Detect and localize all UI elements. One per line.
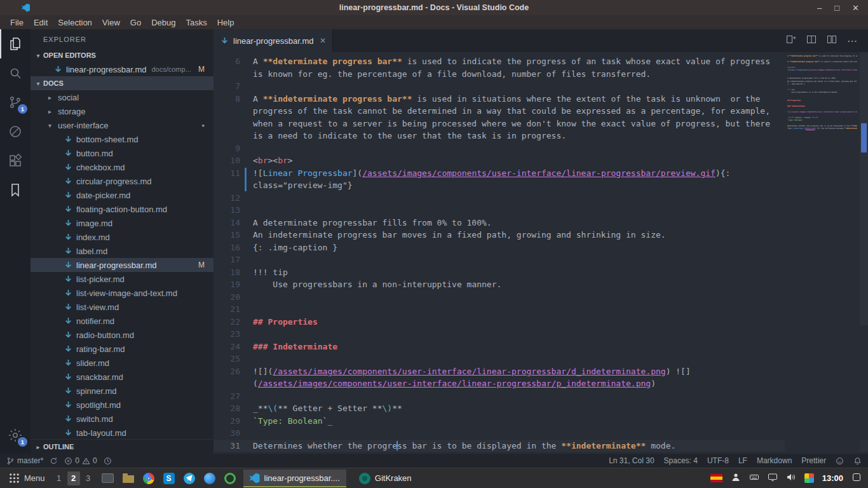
git-branch-indicator[interactable]: master* bbox=[6, 456, 43, 465]
problems-indicator[interactable]: 0 0 bbox=[64, 456, 97, 465]
media-player-icon[interactable] bbox=[203, 471, 217, 486]
code-line-6[interactable]: 6A **determinate progress bar** is used … bbox=[214, 55, 868, 80]
eol-setting[interactable]: LF bbox=[738, 456, 747, 465]
camera-icon[interactable] bbox=[223, 471, 237, 486]
tree-item-spinner-md[interactable]: spinner.md bbox=[31, 384, 214, 398]
skype-icon[interactable] bbox=[162, 471, 176, 486]
code-line-31[interactable]: 31Determines whether the progress bar is… bbox=[214, 440, 868, 452]
debug-icon[interactable] bbox=[0, 117, 31, 146]
settings-icon[interactable]: 1 bbox=[0, 421, 31, 450]
tree-item-social[interactable]: ▸social bbox=[31, 90, 214, 104]
code-line-27[interactable]: 27 bbox=[214, 390, 868, 403]
code-line-20[interactable]: 20 bbox=[214, 291, 868, 304]
tree-item-user-interface[interactable]: ▾user-interface● bbox=[31, 118, 214, 132]
language-mode[interactable]: Markdown bbox=[757, 456, 792, 465]
menu-view[interactable]: View bbox=[97, 17, 125, 28]
taskbar-window-gitkraken[interactable]: GitKraken bbox=[353, 470, 418, 487]
workspace-1[interactable]: 1 bbox=[53, 471, 65, 485]
user-icon[interactable] bbox=[731, 472, 741, 484]
code-line-29[interactable]: 29`Type: Boolean`_ bbox=[214, 415, 868, 428]
code-line-17[interactable]: 17 bbox=[214, 254, 868, 266]
menu-selection[interactable]: Selection bbox=[53, 17, 97, 28]
tree-item-index-md[interactable]: index.md bbox=[31, 230, 214, 244]
feedback-smiley-icon[interactable] bbox=[836, 457, 844, 465]
tab-linear-progressbar[interactable]: linear-progressbar.md ✕ bbox=[214, 29, 333, 52]
taskbar-window-vscode[interactable]: linear-progressbar.... bbox=[243, 470, 346, 487]
tree-item-bottom-sheet-md[interactable]: bottom-sheet.md bbox=[31, 132, 214, 146]
menu-go[interactable]: Go bbox=[125, 17, 146, 28]
menu-edit[interactable]: Edit bbox=[29, 17, 53, 28]
notifications-bell-icon[interactable] bbox=[853, 457, 862, 465]
window-titlebar[interactable]: linear-progressbar.md - Docs - Visual St… bbox=[0, 0, 868, 15]
code-line-13[interactable]: 13 bbox=[214, 204, 868, 217]
code-area[interactable]: 6A **determinate progress bar** is used … bbox=[214, 52, 868, 454]
code-line-16[interactable]: 16{: .img-caption } bbox=[214, 241, 868, 254]
encoding-setting[interactable]: UTF-8 bbox=[707, 456, 729, 465]
code-line-32[interactable]: 32(See [_Overview_](#overview) for the d… bbox=[214, 452, 868, 454]
tree-item-list-view-md[interactable]: list-view.md bbox=[31, 300, 214, 314]
keyboard-layout-flag-icon[interactable] bbox=[710, 474, 722, 482]
open-changes-icon[interactable] bbox=[786, 34, 796, 47]
code-line-22[interactable]: 22## Properties bbox=[214, 316, 868, 329]
indentation-setting[interactable]: Spaces: 4 bbox=[664, 456, 698, 465]
code-line-8[interactable]: 8A **indeterminate progress bar** is use… bbox=[214, 93, 868, 142]
extensions-icon[interactable] bbox=[0, 146, 31, 175]
tree-item-storage[interactable]: ▸storage bbox=[31, 104, 214, 118]
tree-item-list-view-image-and-text-md[interactable]: list-view-image-and-text.md bbox=[31, 286, 214, 300]
code-line-19[interactable]: 19 Use progressbars in a non-interupptiv… bbox=[214, 278, 868, 291]
code-line-12[interactable]: 12 bbox=[214, 192, 868, 205]
chrome-icon[interactable] bbox=[142, 471, 156, 486]
tree-item-spotlight-md[interactable]: spotlight.md bbox=[31, 398, 214, 412]
minimize-button[interactable]: – bbox=[817, 3, 822, 13]
tree-item-list-picker-md[interactable]: list-picker.md bbox=[31, 272, 214, 286]
menu-tasks[interactable]: Tasks bbox=[180, 17, 212, 28]
tree-item-checkbox-md[interactable]: checkbox.md bbox=[31, 160, 214, 174]
minimap[interactable]: A **determinate progress bar** is used t… bbox=[785, 52, 860, 454]
bookmarks-icon[interactable] bbox=[0, 175, 31, 205]
volume-icon[interactable] bbox=[786, 472, 796, 484]
tree-item-button-md[interactable]: button.md bbox=[31, 146, 214, 160]
tree-item-slider-md[interactable]: slider.md bbox=[31, 356, 214, 370]
tree-item-linear-progressbar-md[interactable]: linear-progressbar.mdM bbox=[31, 258, 214, 272]
editor-scrollbar[interactable] bbox=[860, 52, 868, 454]
clipboard-manager-icon[interactable] bbox=[804, 473, 814, 483]
menu-debug[interactable]: Debug bbox=[146, 17, 180, 28]
code-line-18[interactable]: 18!!! tip bbox=[214, 266, 868, 279]
timer-button[interactable] bbox=[104, 457, 112, 465]
tree-item-circular-progress-md[interactable]: circular-progress.md bbox=[31, 174, 214, 188]
tree-item-image-md[interactable]: image.md bbox=[31, 216, 214, 230]
workspace-2[interactable]: 2 bbox=[67, 471, 80, 485]
tree-item-floating-action-button-md[interactable]: floating-action-button.md bbox=[31, 202, 214, 216]
code-line-15[interactable]: 15An indeterminate progress bar moves in… bbox=[214, 229, 868, 241]
code-line-28[interactable]: 28_**\(** Getter + Setter **\)** bbox=[214, 402, 868, 415]
code-line-10[interactable]: 10<br><br> bbox=[214, 154, 868, 167]
code-line-14[interactable]: 14A determinate progressbar fills from 0… bbox=[214, 217, 868, 229]
sync-button[interactable] bbox=[50, 457, 58, 465]
code-line-7[interactable]: 7 bbox=[214, 80, 868, 93]
tree-item-tab-layout-md[interactable]: tab-layout.md bbox=[31, 426, 214, 439]
code-line-25[interactable]: 25 bbox=[214, 353, 868, 365]
open-editor-item[interactable]: linear-progressbar.md docs/comp... M bbox=[31, 62, 214, 76]
source-control-icon[interactable]: 1 bbox=[0, 88, 31, 117]
outline-section-header[interactable]: ▸ OUTLINE bbox=[31, 439, 214, 454]
search-icon[interactable] bbox=[0, 58, 31, 88]
taskbar-clock[interactable]: 13:00 bbox=[822, 473, 843, 483]
maximize-button[interactable]: □ bbox=[834, 3, 839, 13]
tree-item-radio-button-md[interactable]: radio-button.md bbox=[31, 328, 214, 342]
split-editor-icon[interactable] bbox=[827, 34, 837, 47]
keyboard-icon[interactable] bbox=[749, 472, 759, 484]
open-editors-header[interactable]: ▾ OPEN EDITORS bbox=[31, 48, 214, 62]
display-icon[interactable] bbox=[768, 472, 778, 484]
more-actions-icon[interactable]: ⋯ bbox=[847, 35, 858, 47]
close-button[interactable]: ✕ bbox=[852, 3, 859, 13]
code-line-30[interactable]: 30 bbox=[214, 427, 868, 440]
code-line-23[interactable]: 23 bbox=[214, 328, 868, 341]
tree-item-label-md[interactable]: label.md bbox=[31, 244, 214, 258]
editor-body[interactable]: 6A **determinate progress bar** is used … bbox=[214, 52, 868, 454]
open-preview-icon[interactable] bbox=[806, 34, 817, 47]
file-manager-icon[interactable] bbox=[121, 471, 135, 486]
workspace-3[interactable]: 3 bbox=[82, 471, 95, 485]
tree-item-date-picker-md[interactable]: date-picker.md bbox=[31, 188, 214, 202]
tablet-display-icon[interactable] bbox=[851, 472, 862, 484]
code-line-26[interactable]: 26![](/assets/images/components/user-int… bbox=[214, 365, 868, 390]
